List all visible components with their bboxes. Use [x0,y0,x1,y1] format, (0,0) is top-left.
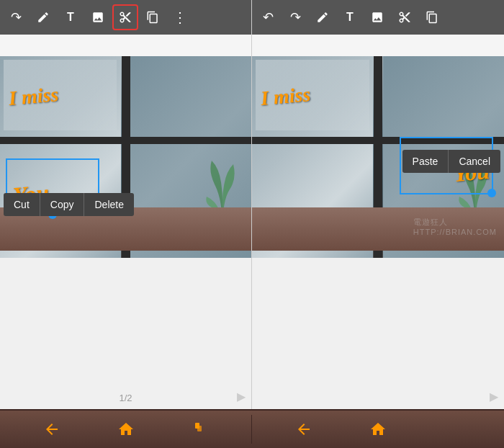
svg-rect-1 [197,426,202,431]
home-right[interactable] [364,415,392,444]
left-toolbar: ↷ T ⋮ [0,0,251,35]
photo-left: I miss You [0,56,251,258]
selection-handle-right[interactable] [487,189,496,197]
copy-page-icon-right[interactable] [419,4,445,30]
paste-button[interactable]: Paste [402,150,449,173]
more-icon[interactable]: ⋮ [167,4,193,30]
back-arrow-left[interactable] [37,415,66,444]
top-white-right [252,35,504,56]
next-arrow-left[interactable]: ▶ [237,390,246,403]
watermark-right: 電遊狂人HTTP://BRIAN.COM [413,217,497,236]
right-canvas: I miss You 電遊狂人HTTP://BRIAN.COM Paste Ca… [252,35,504,409]
copy-button[interactable]: Copy [40,193,84,216]
page-indicator-left: 1/2 [119,393,132,403]
redo-icon[interactable]: ↷ [3,4,29,30]
undo-icon-right[interactable]: ↶ [255,4,281,30]
top-white-left [0,35,251,56]
pages-left[interactable] [186,415,215,444]
text-i-miss-right: I miss [260,83,312,110]
text-i-miss-left: I miss [8,83,60,110]
scissors-icon-right[interactable] [392,4,418,30]
home-left[interactable] [112,415,140,444]
redo-icon-right[interactable]: ↷ [282,4,308,30]
left-panel: ↷ T ⋮ [0,0,252,409]
left-canvas: I miss You Cut Copy Delete 1/2 ▶ [0,35,251,409]
cut-button[interactable]: Cut [4,193,40,216]
context-menu-right: Paste Cancel [402,150,500,173]
pencil-icon[interactable] [30,4,56,30]
bottom-nav-right [252,415,504,444]
image-icon-right[interactable] [364,4,390,30]
back-arrow-right[interactable] [289,415,318,444]
pencil-icon-right[interactable] [310,4,336,30]
text-icon-right[interactable]: T [337,4,363,30]
copy-page-icon[interactable] [140,4,166,30]
delete-button[interactable]: Delete [84,193,133,216]
scissors-icon[interactable] [112,4,138,30]
text-icon[interactable]: T [58,4,84,30]
bottom-nav-left [0,415,252,444]
bottom-nav [0,409,504,448]
image-icon[interactable] [85,4,111,30]
right-panel: ↶ ↷ T [252,0,504,409]
pages-right[interactable] [438,415,467,444]
context-menu-left: Cut Copy Delete [4,193,134,216]
right-toolbar: ↶ ↷ T [252,0,504,35]
next-arrow-right[interactable]: ▶ [490,390,498,403]
cancel-button[interactable]: Cancel [448,150,500,173]
